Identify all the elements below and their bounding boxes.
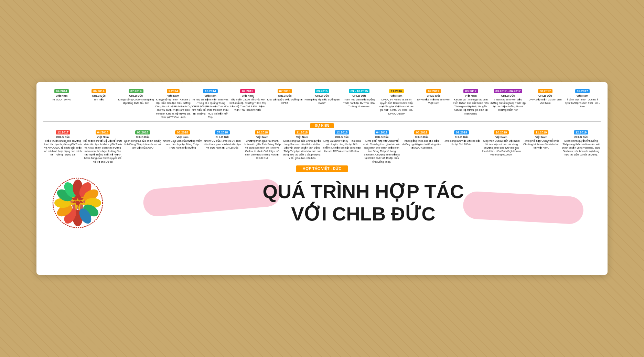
timeline-item: 10.2014Việt NamKí họp tác Bệnh viện Thái…: [192, 89, 229, 119]
date-badge: 12.2017: [56, 130, 71, 134]
event-text: Giáo viên Outlaw đến Việt Nam để làm việ…: [482, 139, 521, 157]
timeline-item: 07.2015CHLB ĐứcKhai giảng lớp Điều dưỡng…: [267, 89, 303, 119]
timeline-item: 06.2014CHLB ĐứcTìm hiểu: [80, 89, 117, 119]
date-badge: 04.2019: [375, 130, 389, 134]
event-text: T.Info phối hợp với Outlaw tổ chức Chươn…: [362, 139, 401, 164]
timeline-item: 10.2018Việt NamChương trình giáo lưu tha…: [243, 130, 282, 164]
event-text: Đoàn chính quyền tỉnh Đồng Tháp sang thă…: [561, 139, 601, 157]
location-label: Việt Nam: [167, 94, 179, 97]
logo-area: [43, 175, 112, 230]
timeline-item: 9.2014Việt NamKí họp đồng T.Info - Karun…: [155, 89, 191, 119]
location-label: CHLB Đức: [574, 136, 588, 139]
location-label: Việt Nam: [56, 94, 68, 97]
date-badge: 09 - 10.2015: [349, 89, 370, 93]
location-label: Việt Nam: [97, 136, 109, 139]
event-text: Karuna và T.Info hợp tác phát triển Dự á…: [452, 98, 489, 116]
event-text: DPFA, BV Helios và chính quyền tỉnh Baut…: [378, 98, 415, 116]
timeline-item: 02.2017CHLB ĐứcDPFA tiếp nhận 01 sinh vi…: [415, 89, 452, 119]
date-badge: 07.2018: [215, 130, 230, 134]
location-label: Việt Nam: [204, 94, 216, 97]
date-badge: 07.2014: [129, 89, 143, 93]
timeline-item: 12.2019CHLB ĐứcĐoàn chính quyền tỉnh Đồn…: [561, 130, 601, 164]
date-badge: 06.2014: [92, 89, 106, 93]
separator-line: SỰ KIỆN: [43, 121, 601, 128]
date-badge: 12.2018: [335, 130, 350, 134]
location-label: CHLB Đức: [352, 94, 366, 97]
timeline-item: 05.2018CHLB ĐứcĐoàn công tác của chính q…: [123, 130, 162, 164]
date-badge: 04/2018: [96, 130, 110, 134]
date-badge: 09.2019: [454, 130, 469, 134]
timeline-item: 11.2019Việt NamT.Info phối hợp Outlaw tổ…: [522, 130, 561, 164]
timeline-item: 03.2017Việt NamKaruna và T.Info hợp tác …: [452, 89, 489, 119]
su-kien-label: SỰ KIỆN: [310, 123, 334, 128]
location-label: Việt Nam: [495, 136, 507, 139]
date-badge: 08.2017: [538, 89, 553, 93]
timeline-item: 04.2019CHLB ĐứcT.Info phối hợp với Outla…: [362, 130, 401, 164]
location-label: Việt Nam: [256, 136, 268, 139]
main-title: QUÁ TRÌNH HỢP TÁC VỚI CHLB ĐỨC: [126, 181, 601, 225]
date-badge: 11.2016: [389, 89, 404, 93]
event-text: Thỏa thuận khung cho chương trình đào tạ…: [43, 139, 83, 157]
event-text: Tham các sinh viên điều dưỡng đã tốt ngh…: [490, 98, 526, 112]
bottom-timeline: 12.2017CHLB ĐứcThỏa thuận khung cho chươ…: [43, 130, 601, 164]
event-text: Nhóm GV của T.Info và BV Thái Hòa tham q…: [203, 139, 242, 150]
event-text: Thăm học viên điều dưỡng Thực hành tại B…: [341, 98, 377, 108]
timeline-item: 12.2018CHLB ĐứcT.Info và Bệnh viện QT Th…: [322, 130, 362, 164]
timeline-item: 07.2018CHLB ĐứcNhóm GV của T.Info và BV …: [203, 130, 242, 164]
timeline-item: 04/2018Việt NamKế hoạch chi tiết về việc…: [83, 130, 122, 164]
timeline-item: 06.2018Việt NamNhóm Giáo viên của trường…: [163, 130, 202, 164]
timeline-item: 04.2014Việt NamKí MOU - DPFA: [43, 89, 80, 119]
location-label: Việt Nam: [296, 136, 308, 139]
location-label: CHLB Đức: [216, 136, 229, 139]
location-label: CHLB Đức: [427, 94, 441, 97]
location-label: Việt Nam: [535, 136, 547, 139]
bottom-section: QUÁ TRÌNH HỢP TÁC VỚI CHLB ĐỨC: [43, 175, 601, 230]
location-label: Việt Nam: [577, 94, 589, 97]
timeline-item: 09.2019CHLB ĐứcT.Info sang làm việc với …: [442, 130, 481, 164]
main-title-area: QUÁ TRÌNH HỢP TÁC VỚI CHLB ĐỨC: [126, 181, 601, 225]
location-label: CHLB Đức: [278, 94, 292, 97]
location-label: CHLB Đức: [501, 94, 515, 97]
date-badge: 02.2017: [426, 89, 441, 93]
location-label: CHLB Đức: [538, 94, 552, 97]
timeline-item: 09.2015CHLB ĐứcKhai giảng lớp điều dưỡng…: [304, 89, 340, 119]
event-text: T.Info sang làm việc với các đối tác tại…: [442, 139, 481, 146]
location-label: CHLB Đức: [335, 136, 349, 139]
hop-tac-bar: HỢP TÁC VIỆT - ĐỨC: [43, 165, 601, 172]
location-label: CHLB Đức: [56, 136, 70, 139]
date-badge: 07.2015: [278, 89, 292, 93]
timeline-item: 03.2017 - 06.2017CHLB ĐứcTham các sinh v…: [490, 89, 526, 119]
event-text: Ý định thư T.Info - Outlaw Ý định thư Bệ…: [564, 98, 601, 108]
timeline-item: 09.2017Việt NamÝ định thư T.Info - Outla…: [564, 89, 601, 119]
location-label: CHLB Đức: [92, 94, 106, 97]
event-text: Kí họp tác Bệnh viện Thái Hòa - Trung cấ…: [192, 98, 229, 119]
date-badge: 11.2018: [295, 130, 310, 134]
timeline-item: 07.2014CHLB ĐứcKí họp đồng CAGP Khai giả…: [118, 89, 154, 119]
date-badge: 12.2019: [574, 130, 589, 134]
main-card: 04.2014Việt NamKí MOU - DPFA06.2014CHLB …: [36, 82, 608, 275]
date-badge: 9.2014: [167, 89, 180, 93]
timeline-item: 08.2017CHLB ĐứcDPFA tiếp nhận 01 sinh vi…: [527, 89, 564, 119]
event-text: Kí họp đồng T.Info - Karuna 2 Hội thảo Đ…: [155, 98, 191, 119]
date-badge: 10.2019: [494, 130, 509, 134]
event-text: Tập huấn CTXH Tổ chức Mô hình mẫu tại Tr…: [229, 98, 266, 112]
location-label: Việt Nam: [465, 94, 477, 97]
location-label: CHLB Đức: [415, 136, 429, 139]
timeline-item: 09 - 10.2015CHLB ĐứcThăm học viên điều d…: [341, 89, 377, 119]
event-text: Kế hoạch chi tiết về việc tổ chức khóa đ…: [83, 139, 122, 164]
location-label: Việt Nam: [176, 136, 189, 139]
event-text: DPFA tiếp nhận 01 sinh viên Việt Nam: [527, 98, 564, 105]
lotus-icon: [50, 175, 105, 230]
date-badge: 05.2018: [135, 130, 150, 134]
date-badge: 10.2018: [255, 130, 270, 134]
top-timeline: 04.2014Việt NamKí MOU - DPFA06.2014CHLB …: [43, 89, 601, 119]
event-text: Khai giảng khóa đào tạo điều dưỡng người…: [402, 139, 441, 150]
date-badge: 02.2015: [240, 89, 255, 93]
date-badge: 06.2019: [414, 130, 429, 134]
location-label: CHLB Đức: [455, 136, 469, 139]
event-text: Khai giảng lớp Điều dưỡng tại DPFA: [267, 98, 303, 105]
date-badge: 06.2018: [175, 130, 190, 134]
date-badge: 11.2019: [534, 130, 549, 134]
location-label: Việt Nam: [242, 94, 254, 97]
date-badge: 09.2015: [315, 89, 330, 93]
